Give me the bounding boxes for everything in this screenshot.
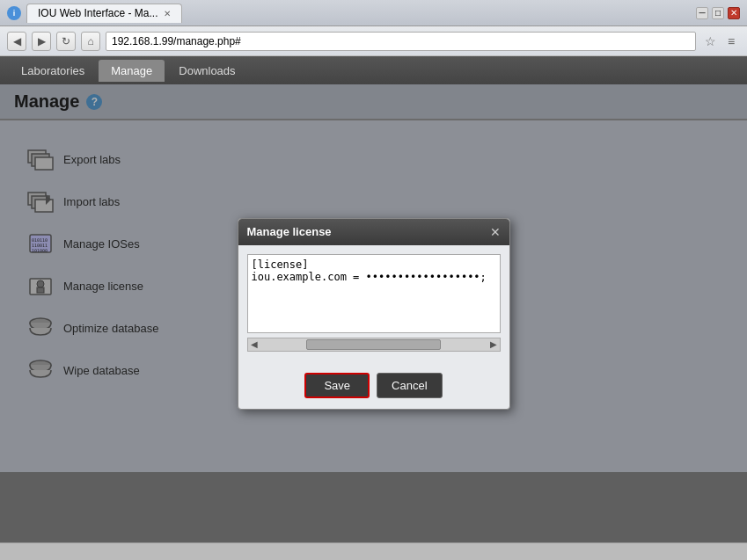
nav-manage[interactable]: Manage: [99, 60, 165, 82]
manage-license-dialog: Manage license ✕ [license] iou.example.c…: [238, 218, 510, 410]
scrollbar-thumb[interactable]: [262, 339, 486, 350]
cancel-button[interactable]: Cancel: [377, 373, 442, 398]
minimize-button[interactable]: ─: [696, 7, 708, 19]
home-button[interactable]: ⌂: [81, 32, 100, 51]
main-content: Manage ? Export lab: [0, 84, 747, 542]
nav-downloads[interactable]: Downloads: [166, 60, 247, 82]
menu-icon[interactable]: ≡: [722, 33, 740, 50]
dialog-close-button[interactable]: ✕: [490, 225, 501, 239]
scroll-right-arrow[interactable]: ▶: [487, 339, 500, 349]
address-bar[interactable]: [106, 32, 696, 51]
status-bar: [0, 542, 747, 560]
bookmark-icon[interactable]: ☆: [701, 33, 719, 50]
forward-button[interactable]: ▶: [32, 32, 51, 51]
horizontal-scrollbar[interactable]: ◀ ▶: [247, 338, 501, 352]
app-navigation: Laboratories Manage Downloads: [0, 56, 747, 84]
app-container: Laboratories Manage Downloads Manage ?: [0, 56, 747, 560]
tab-title: IOU Web Interface - Ma...: [38, 7, 158, 19]
save-button[interactable]: Save: [304, 373, 370, 398]
title-bar: i IOU Web Interface - Ma... ✕ ─ □ ✕: [0, 0, 747, 26]
dialog-overlay: Manage license ✕ [license] iou.example.c…: [0, 84, 747, 542]
dialog-header: Manage license ✕: [238, 219, 509, 245]
dialog-footer: Save Cancel: [238, 367, 509, 409]
close-button[interactable]: ✕: [728, 7, 740, 19]
browser-tab[interactable]: IOU Web Interface - Ma... ✕: [26, 4, 182, 23]
license-textarea[interactable]: [license] iou.example.com = ••••••••••••…: [247, 254, 501, 333]
browser-window: i IOU Web Interface - Ma... ✕ ─ □ ✕ ◀ ▶ …: [0, 0, 747, 560]
dialog-title: Manage license: [247, 225, 332, 238]
maximize-button[interactable]: □: [712, 7, 724, 19]
back-button[interactable]: ◀: [7, 32, 26, 51]
dialog-body: [license] iou.example.com = ••••••••••••…: [238, 245, 509, 367]
browser-icon: i: [7, 6, 21, 20]
nav-laboratories[interactable]: Laboratories: [9, 60, 97, 82]
tab-close-icon[interactable]: ✕: [164, 9, 171, 18]
refresh-button[interactable]: ↻: [56, 32, 76, 51]
scroll-left-arrow[interactable]: ◀: [248, 339, 260, 349]
scrollbar-thumb-inner: [306, 339, 440, 350]
navigation-bar: ◀ ▶ ↻ ⌂ ☆ ≡: [0, 26, 747, 56]
